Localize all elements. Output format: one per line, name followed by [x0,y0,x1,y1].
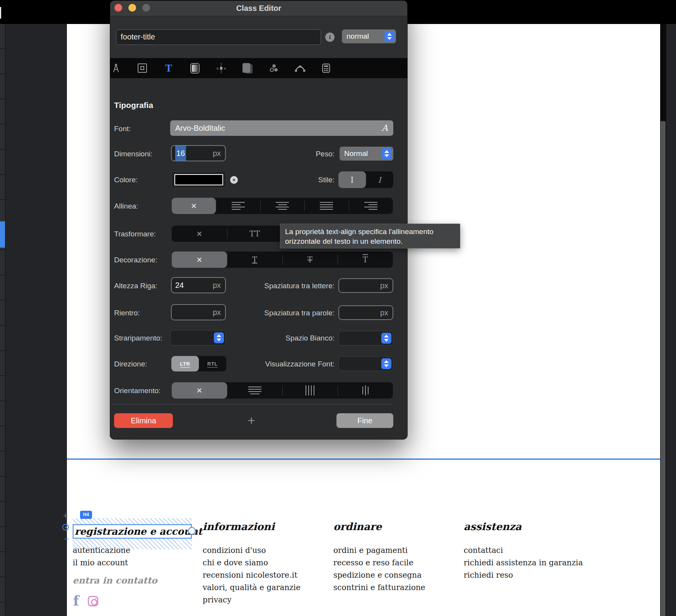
footer-link[interactable]: autenticazione [73,546,130,555]
font-picker-icon: A [382,120,388,136]
section-boundary-line [67,459,660,460]
direction-segment: LTR RTL [171,356,226,371]
footer-link[interactable]: recensioni nicolestore.it [203,570,297,580]
add-below-control[interactable]: − [64,535,69,543]
decoration-strikethrough-icon[interactable]: T [282,252,338,268]
tab-background[interactable] [188,61,202,75]
indent-label: Rientro: [114,309,140,317]
line-height-input[interactable]: 24 px [171,277,226,293]
color-well[interactable] [171,171,226,188]
orientation-sideways-icon[interactable] [338,382,393,399]
shadow-icon [242,63,253,74]
window-edge-fragment [0,7,1,19]
instagram-icon[interactable] [88,596,98,606]
footer-link[interactable]: richiedi assistenza in garanzia [464,558,583,567]
transform-none-option[interactable]: ✕ [172,226,227,242]
letter-spacing-input[interactable]: px [338,278,393,293]
svg-text:H: H [224,67,226,70]
overflow-dropdown[interactable] [170,330,226,346]
size-unit: px [213,146,221,161]
tab-table[interactable] [319,61,333,75]
align-segment: ✕ [172,198,393,214]
tooltip-line-1: La proprietà text-align specifica l'alli… [285,227,455,236]
border-icon [138,63,147,73]
footer-link[interactable]: contattaci [464,546,503,555]
facebook-icon[interactable]: f [73,594,79,607]
style-segment: I I [338,171,393,188]
layer-tree-selected-item[interactable] [0,221,5,248]
font-field[interactable]: Arvo-BoldItalic A [170,120,393,136]
selection-resize-handle[interactable] [188,527,196,535]
align-none-option[interactable]: ✕ [172,198,216,214]
align-justify-icon[interactable] [304,198,348,214]
layer-tree-strip[interactable] [0,24,5,616]
footer-link[interactable]: spedizione e consegna [333,570,422,580]
delete-button[interactable]: Elimina [114,413,173,428]
select-target-icon[interactable] [62,524,69,530]
color-swatch [174,174,223,185]
tab-layout[interactable] [110,61,123,75]
decoration-underline-icon[interactable]: T [227,252,282,268]
footer-heading[interactable]: assistenza [464,521,522,532]
footer-link[interactable]: chi e dove siamo [203,558,268,567]
align-center-icon[interactable] [260,198,304,214]
align-left-icon[interactable] [216,198,260,214]
footer-link[interactable]: scontrini e fatturazione [333,583,425,592]
tab-border[interactable] [135,61,150,75]
app-screen: Class Editor footer-title i normal T [0,0,676,616]
orientation-vertical-icon[interactable] [282,382,338,399]
footer-link[interactable]: privacy [203,595,231,604]
transform-uppercase-option[interactable]: TT [227,226,282,242]
font-display-dropdown[interactable] [338,356,393,371]
style-normal-option[interactable]: I [338,171,366,188]
footer-link[interactable]: richiedi reso [464,570,513,580]
add-above-control[interactable]: + [63,512,68,520]
direction-rtl-option[interactable]: RTL [199,356,226,371]
tab-shadow[interactable] [240,61,255,75]
tab-spacing[interactable]: I I H H [214,61,229,75]
footer-link[interactable]: recesso e reso facile [333,558,413,567]
font-label: Font: [114,125,131,133]
white-space-dropdown[interactable] [338,331,393,346]
word-spacing-input[interactable]: px [338,305,393,320]
direction-ltr-option[interactable]: LTR [171,356,199,371]
decoration-overline-icon[interactable]: T [338,252,393,268]
decoration-none-option[interactable]: ✕ [172,252,227,268]
footer-link[interactable]: condizioni d'uso [203,546,266,555]
stepper-icon [381,358,391,369]
svg-text:I: I [220,63,222,66]
footer-heading[interactable]: informazioni [203,521,275,532]
weight-dropdown[interactable]: Normal [340,147,393,161]
footer-heading[interactable]: registrazione e account [75,526,202,537]
style-italic-option[interactable]: I [366,171,393,188]
footer-link[interactable]: ordini e pagamenti [333,546,408,555]
state-dropdown[interactable]: normal [342,29,396,43]
orientation-none-option[interactable]: ✕ [172,382,227,399]
footer-link[interactable]: il mio account [73,558,128,567]
done-button[interactable]: Fine [336,413,393,428]
word-spacing-unit: px [380,306,388,319]
info-icon[interactable]: i [325,33,335,42]
stepper-icon [382,148,392,159]
text-icon: T [165,63,172,74]
footer-heading[interactable]: ordinare [333,521,382,532]
stepper-icon [384,31,394,42]
orientation-horizontal-icon[interactable] [227,382,282,399]
tooltip-line-2: orizzontale del testo in un elemento. [285,236,455,246]
indent-input[interactable]: px [171,304,226,320]
class-name-row: footer-title i normal [110,16,407,58]
add-class-button[interactable]: + [240,412,263,429]
stepper-icon [214,332,224,343]
align-right-icon[interactable] [349,198,393,214]
weight-label: Peso: [230,150,335,158]
tab-color[interactable] [266,61,281,75]
tab-typography[interactable]: T [161,61,176,75]
size-input[interactable]: 16 px [171,145,226,161]
class-name-input[interactable]: footer-title [116,29,321,45]
canvas-scrollbar-thumb[interactable] [661,121,666,616]
tab-path[interactable] [293,61,307,75]
dialog-titlebar[interactable]: Class Editor [110,1,407,16]
svg-text:H: H [217,67,219,70]
footer-link[interactable]: valori, qualità e garanzie [203,583,300,592]
svg-text:I: I [220,70,222,74]
